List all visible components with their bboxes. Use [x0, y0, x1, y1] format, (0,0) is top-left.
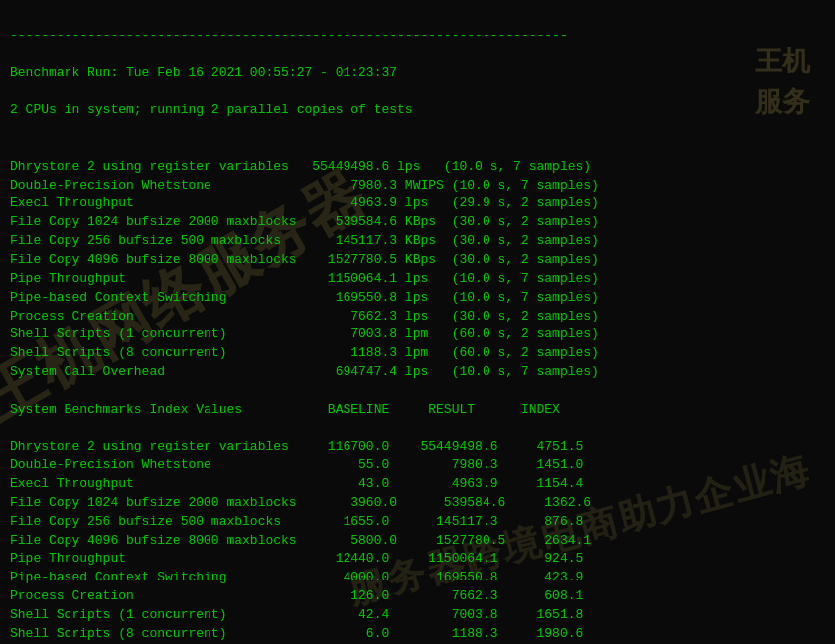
terminal-output: ----------------------------------------… [10, 8, 825, 644]
index-header: System Benchmarks Index Values BASELINE … [10, 402, 560, 417]
separator-top: ----------------------------------------… [10, 28, 568, 43]
results-section: Dhrystone 2 using register variables 554… [10, 159, 599, 379]
cpu-info: 2 CPUs in system; running 2 parallel cop… [10, 102, 413, 117]
benchmark-run: Benchmark Run: Tue Feb 16 2021 00:55:27 … [10, 65, 397, 80]
index-rows-section: Dhrystone 2 using register variables 116… [10, 439, 591, 644]
